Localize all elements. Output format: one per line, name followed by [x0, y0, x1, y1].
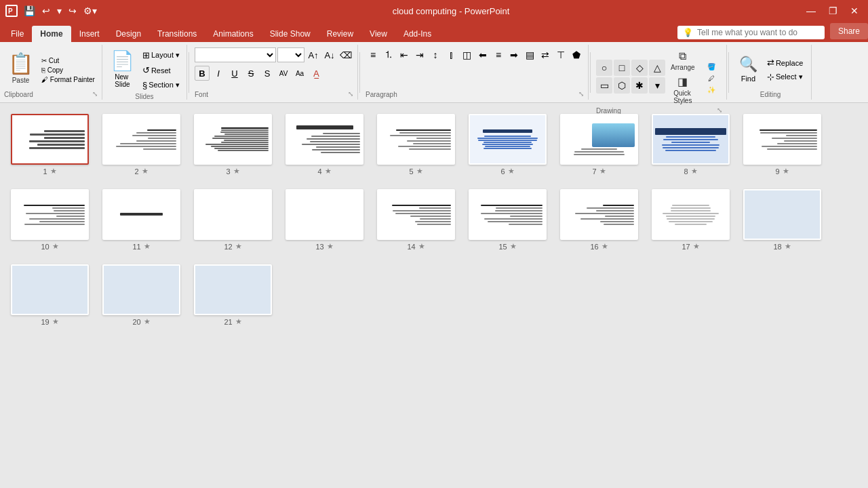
slide-star-4[interactable]: ★: [325, 167, 332, 176]
bullets-button[interactable]: ≡: [366, 47, 380, 62]
tab-addins[interactable]: Add-Ins: [395, 26, 439, 42]
slide-item-10[interactable]: 10★: [11, 189, 89, 251]
tab-file[interactable]: File: [3, 26, 32, 42]
save-button[interactable]: 💾: [22, 5, 37, 16]
quick-styles-button[interactable]: ◨QuickStyles: [668, 74, 698, 106]
font-color-button[interactable]: A̲: [309, 66, 323, 81]
clear-format-button[interactable]: ⌫: [338, 47, 353, 62]
underline-button[interactable]: U: [227, 66, 242, 81]
shape-5[interactable]: ▭: [596, 77, 612, 94]
justify-button[interactable]: ▤: [522, 47, 537, 62]
shape-fill-button[interactable]: 🪣: [701, 62, 722, 72]
decrease-indent-button[interactable]: ⇤: [397, 47, 412, 62]
font-size-select[interactable]: [277, 47, 304, 62]
align-center-button[interactable]: ≡: [491, 47, 506, 62]
shape-1[interactable]: ○: [596, 60, 612, 76]
slide-item-4[interactable]: 4★: [285, 114, 363, 176]
slide-star-6[interactable]: ★: [508, 167, 515, 176]
slide-star-16[interactable]: ★: [601, 242, 608, 251]
slide-star-14[interactable]: ★: [418, 242, 425, 251]
customize-qat[interactable]: ⚙▾: [81, 5, 99, 16]
shadow-button[interactable]: S: [260, 66, 275, 81]
slide-star-2[interactable]: ★: [142, 167, 149, 176]
slide-star-17[interactable]: ★: [693, 242, 700, 251]
share-button[interactable]: Share: [830, 23, 868, 39]
bold-button[interactable]: B: [195, 66, 210, 81]
slide-item-12[interactable]: 12★: [194, 189, 272, 251]
char-spacing-button[interactable]: AV: [276, 66, 291, 81]
slide-star-3[interactable]: ★: [233, 167, 240, 176]
cut-button[interactable]: ✂ Cut: [39, 56, 98, 65]
tab-slideshow[interactable]: Slide Show: [262, 26, 319, 42]
align-left-button[interactable]: ⬅: [475, 47, 490, 62]
slide-star-5[interactable]: ★: [416, 167, 423, 176]
select-button[interactable]: ⊹Select ▾: [764, 70, 806, 83]
slide-item-2[interactable]: 2★: [102, 114, 180, 176]
columns-button[interactable]: ⫿: [443, 47, 458, 62]
slide-star-19[interactable]: ★: [52, 317, 59, 326]
smart-art-button[interactable]: ◫: [459, 47, 474, 62]
slide-star-13[interactable]: ★: [327, 242, 334, 251]
shape-6[interactable]: ⬡: [614, 77, 630, 94]
slide-item-20[interactable]: 20★: [102, 264, 180, 326]
copy-button[interactable]: ⎘ Copy: [39, 66, 98, 75]
line-spacing-button[interactable]: ↕: [428, 47, 443, 62]
shape-7[interactable]: ✱: [631, 77, 648, 94]
slide-star-12[interactable]: ★: [235, 242, 242, 251]
slide-star-20[interactable]: ★: [144, 317, 151, 326]
new-slide-button[interactable]: 📄 NewSlide: [106, 48, 138, 89]
strikethrough-button[interactable]: S: [243, 66, 258, 81]
find-button[interactable]: 🔍 Find: [735, 54, 762, 85]
text-case-button[interactable]: Aa: [292, 66, 307, 81]
slide-item-1[interactable]: 1★: [11, 114, 89, 176]
section-button[interactable]: §Section ▾: [140, 79, 182, 92]
align-text-button[interactable]: ⊤: [553, 47, 568, 62]
increase-indent-button[interactable]: ⇥: [412, 47, 427, 62]
shape-more[interactable]: ▾: [649, 77, 665, 94]
slide-item-21[interactable]: 21★: [194, 264, 272, 326]
align-right-button[interactable]: ➡: [507, 47, 521, 62]
slide-star-8[interactable]: ★: [691, 167, 698, 176]
tell-me-area[interactable]: 💡: [677, 26, 825, 39]
tab-transitions[interactable]: Transitions: [149, 26, 205, 42]
clipboard-expand[interactable]: ⤡: [92, 90, 98, 98]
slide-item-5[interactable]: 5★: [377, 114, 455, 176]
redo-button[interactable]: ↪: [66, 5, 79, 16]
slide-item-7[interactable]: 7★: [560, 114, 638, 176]
font-name-select[interactable]: [195, 47, 276, 62]
slide-star-10[interactable]: ★: [52, 242, 59, 251]
reset-button[interactable]: ↺Reset: [140, 64, 182, 77]
slide-item-17[interactable]: 17★: [652, 189, 730, 251]
font-expand[interactable]: ⤡: [348, 90, 353, 98]
shape-4[interactable]: △: [649, 60, 665, 76]
text-direction-button[interactable]: ⇄: [538, 47, 553, 62]
tab-home[interactable]: Home: [32, 26, 71, 42]
layout-button[interactable]: ⊞Layout ▾: [140, 49, 182, 62]
format-painter-button[interactable]: 🖌 Format Painter: [39, 75, 98, 84]
tab-review[interactable]: Review: [319, 26, 361, 42]
convert-smartart-button[interactable]: ⬟: [569, 47, 584, 62]
slide-star-18[interactable]: ★: [785, 242, 791, 251]
close-button[interactable]: ✕: [846, 3, 863, 19]
slide-item-14[interactable]: 14★: [377, 189, 455, 251]
undo-dropdown[interactable]: ▾: [55, 5, 64, 16]
slide-star-11[interactable]: ★: [144, 242, 151, 251]
slide-item-19[interactable]: 19★: [11, 264, 89, 326]
shape-effects-button[interactable]: ✨: [701, 85, 722, 95]
slide-star-9[interactable]: ★: [783, 167, 789, 176]
shape-3[interactable]: ◇: [631, 60, 648, 76]
slide-star-15[interactable]: ★: [510, 242, 517, 251]
slide-item-13[interactable]: 13★: [285, 189, 363, 251]
tab-animations[interactable]: Animations: [205, 26, 261, 42]
shape-2[interactable]: □: [614, 60, 630, 76]
slide-item-6[interactable]: 6★: [469, 114, 547, 176]
tab-design[interactable]: Design: [108, 26, 149, 42]
slide-item-15[interactable]: 15★: [469, 189, 547, 251]
italic-button[interactable]: I: [211, 66, 226, 81]
restore-button[interactable]: ❐: [825, 3, 841, 19]
replace-button[interactable]: ⇄Replace: [764, 56, 806, 69]
decrease-font-button[interactable]: A↓: [322, 47, 337, 62]
increase-font-button[interactable]: A↑: [306, 47, 321, 62]
numbering-button[interactable]: ⒈: [381, 47, 396, 62]
minimize-button[interactable]: —: [803, 3, 819, 19]
